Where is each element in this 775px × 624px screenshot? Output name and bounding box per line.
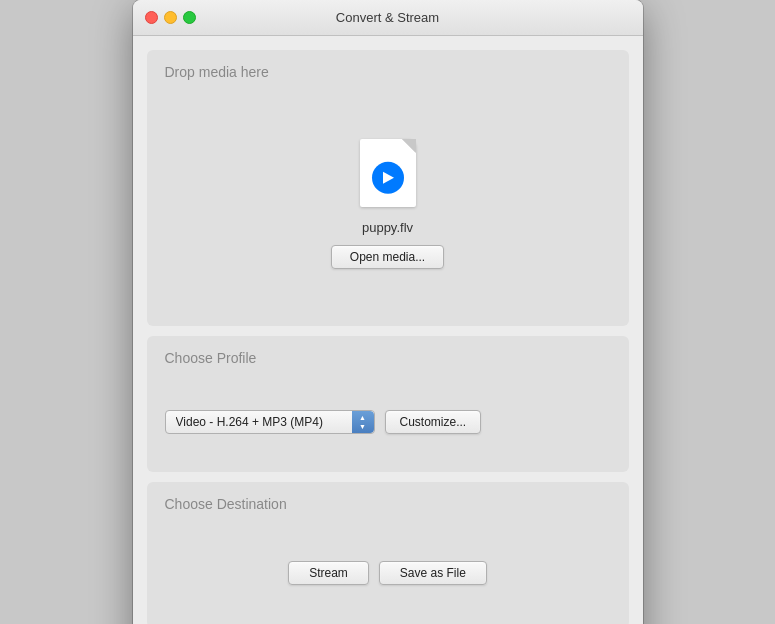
profile-section-title: Choose Profile — [165, 350, 611, 366]
stream-button[interactable]: Stream — [288, 561, 369, 585]
minimize-button[interactable] — [164, 11, 177, 24]
choose-profile-section: Choose Profile Video - H.264 + MP3 (MP4)… — [147, 336, 629, 472]
destination-controls: Stream Save as File — [165, 524, 611, 614]
profile-controls: Video - H.264 + MP3 (MP4) Video - H.265 … — [165, 378, 611, 458]
titlebar: Convert & Stream — [133, 0, 643, 36]
save-as-file-button[interactable]: Save as File — [379, 561, 487, 585]
file-icon — [356, 136, 420, 210]
main-window: Convert & Stream Drop media here puppy.f… — [133, 0, 643, 624]
maximize-button[interactable] — [183, 11, 196, 24]
profile-select-container[interactable]: Video - H.264 + MP3 (MP4) Video - H.265 … — [165, 410, 375, 434]
file-name-label: puppy.flv — [362, 220, 413, 235]
drop-section-title: Drop media here — [165, 64, 611, 80]
drop-area[interactable]: puppy.flv Open media... — [165, 92, 611, 312]
play-icon — [372, 161, 404, 193]
customize-button[interactable]: Customize... — [385, 410, 482, 434]
profile-select[interactable]: Video - H.264 + MP3 (MP4) Video - H.265 … — [166, 411, 374, 433]
titlebar-buttons — [145, 11, 196, 24]
window-title: Convert & Stream — [336, 10, 439, 25]
close-button[interactable] — [145, 11, 158, 24]
destination-section-title: Choose Destination — [165, 496, 611, 512]
file-paper — [360, 139, 416, 207]
open-media-button[interactable]: Open media... — [331, 245, 444, 269]
content-area: Drop media here puppy.flv Open media... … — [133, 36, 643, 624]
choose-destination-section: Choose Destination Stream Save as File — [147, 482, 629, 624]
drop-media-section: Drop media here puppy.flv Open media... — [147, 50, 629, 326]
